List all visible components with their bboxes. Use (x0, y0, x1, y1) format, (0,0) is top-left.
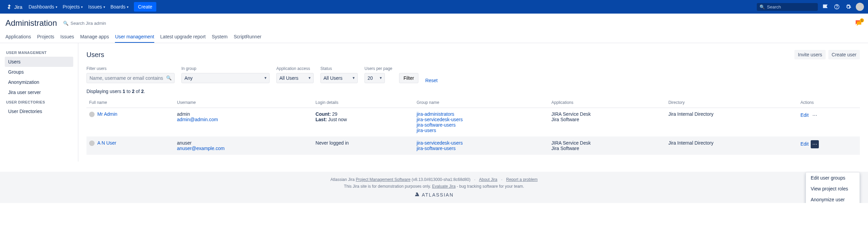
tab-latest-upgrade-report[interactable]: Latest upgrade report (160, 31, 206, 43)
table-row: Mr Adminadminadmin@admin.comCount: 29Las… (86, 108, 860, 137)
dropdown-item-view-project-roles[interactable]: View project roles (806, 183, 860, 194)
tab-issues[interactable]: Issues (60, 31, 74, 43)
give-feedback-button[interactable]: 1 (854, 19, 863, 27)
sidebar-item-users[interactable]: Users (5, 57, 73, 67)
filters-row: Filter users Name, username or email con… (86, 66, 860, 83)
group-link[interactable]: jira-administrators (417, 111, 546, 117)
evaluate-jira-link[interactable]: Evaluate Jira (432, 184, 455, 189)
col-full-name: Full name (86, 97, 174, 108)
tab-user-management[interactable]: User management (115, 31, 154, 43)
brand-text: Jira (14, 4, 22, 10)
tab-scriptrunner[interactable]: ScriptRunner (234, 31, 261, 43)
status-select[interactable]: All Users ▼ (320, 73, 358, 83)
admin-header: Administration 🔍 Search Jira admin 1 (0, 14, 868, 28)
nav-issues[interactable]: Issues▾ (85, 2, 107, 12)
per-page-select[interactable]: 20 ▼ (364, 73, 385, 83)
col-group-name: Group name (414, 97, 549, 108)
edit-link[interactable]: Edit (801, 141, 809, 147)
settings-icon[interactable] (844, 3, 852, 11)
jira-icon (6, 4, 12, 10)
more-actions-button[interactable]: ⋯ (811, 111, 819, 119)
filter-button[interactable]: Filter (399, 73, 418, 83)
nav-boards[interactable]: Boards▾ (108, 2, 131, 12)
sidebar: USER MANAGEMENTUsersGroupsAnonymizationJ… (0, 43, 78, 162)
in-group-select[interactable]: Any ▼ (181, 73, 270, 83)
quick-search[interactable]: 🔍 (757, 3, 818, 11)
chevron-down-icon: ▼ (379, 76, 382, 80)
dropdown-item-anonymize-user[interactable]: Anonymize user (806, 194, 860, 203)
user-name-link[interactable]: Mr Admin (97, 111, 117, 117)
atlassian-logo: ATLASSIAN (5, 192, 863, 198)
user-email-link[interactable]: admin@admin.com (177, 117, 310, 122)
login-never: Never logged in (316, 140, 411, 146)
dropdown-item-edit-user-groups[interactable]: Edit user groups (806, 172, 860, 183)
users-table: Full nameUsernameLogin detailsGroup name… (86, 97, 860, 155)
filter-users-input[interactable]: Name, username or email contains 🔍 (86, 73, 175, 83)
chevron-down-icon: ▾ (56, 5, 57, 9)
about-jira-link[interactable]: About Jira (479, 177, 497, 182)
page-title: Administration (5, 18, 57, 28)
app-name: JIRA Service Desk (551, 140, 663, 146)
report-problem-link[interactable]: Report a problem (506, 177, 538, 182)
tab-manage-apps[interactable]: Manage apps (80, 31, 109, 43)
nav-projects[interactable]: Projects▾ (60, 2, 86, 12)
section-title: Users (86, 51, 104, 59)
filter-users-label: Filter users (86, 66, 175, 71)
col-applications: Applications (549, 97, 666, 108)
nav-dashboards[interactable]: Dashboards▾ (26, 2, 60, 12)
app-access-label: Application access (276, 66, 314, 71)
more-actions-button[interactable]: ⋯ (811, 140, 819, 148)
status-label: Status (320, 66, 358, 71)
username: admin (177, 111, 310, 117)
display-count: Displaying users 1 to 2 of 2. (86, 89, 860, 94)
col-username: Username (174, 97, 313, 108)
edit-link[interactable]: Edit (801, 112, 809, 118)
col-login-details: Login details (313, 97, 414, 108)
app-access-select[interactable]: All Users ▼ (276, 73, 314, 83)
group-link[interactable]: jira-software-users (417, 122, 546, 128)
directory: Jira Internal Directory (666, 137, 798, 155)
in-group-label: In group (181, 66, 270, 71)
sidebar-group-header: USER DIRECTORIES (5, 97, 78, 106)
quick-search-input[interactable] (767, 4, 815, 10)
app-name: JIRA Service Desk (551, 111, 663, 117)
user-avatar[interactable] (856, 3, 864, 11)
directory: Jira Internal Directory (666, 108, 798, 137)
create-user-button[interactable]: Create user (828, 50, 860, 59)
group-link[interactable]: jira-servicedesk-users (417, 117, 546, 122)
invite-users-button[interactable]: Invite users (794, 50, 826, 59)
avatar (89, 112, 95, 117)
reset-link[interactable]: Reset (425, 78, 438, 83)
create-button[interactable]: Create (134, 2, 156, 12)
footer-pm-link[interactable]: Project Management Software (356, 177, 410, 182)
group-link[interactable]: jira-software-users (417, 146, 546, 151)
col-actions: Actions (798, 97, 860, 108)
jira-logo[interactable]: Jira (4, 4, 24, 10)
feedback-icon[interactable] (821, 3, 829, 11)
avatar (89, 141, 95, 146)
tab-applications[interactable]: Applications (5, 31, 31, 43)
group-link[interactable]: jira-users (417, 128, 546, 133)
chevron-down-icon: ▾ (103, 5, 105, 9)
app-name: Jira Software (551, 146, 663, 151)
tab-projects[interactable]: Projects (37, 31, 55, 43)
per-page-label: Users per page (364, 66, 392, 71)
sidebar-item-anonymization[interactable]: Anonymization (5, 77, 73, 87)
footer: Atlassian Jira Project Management Softwa… (0, 172, 868, 203)
tab-system[interactable]: System (212, 31, 228, 43)
admin-search[interactable]: 🔍 Search Jira admin (63, 21, 106, 26)
chevron-down-icon: ▾ (127, 5, 129, 9)
username: anuser (177, 140, 310, 146)
user-email-link[interactable]: anuser@example.com (177, 146, 310, 151)
sidebar-item-jira-user-server[interactable]: Jira user server (5, 87, 73, 97)
sidebar-item-groups[interactable]: Groups (5, 67, 73, 77)
chevron-down-icon: ▼ (352, 76, 355, 80)
group-link[interactable]: jira-servicedesk-users (417, 140, 546, 146)
col-directory: Directory (666, 97, 798, 108)
user-name-link[interactable]: A N User (97, 140, 116, 146)
svg-point-1 (837, 8, 837, 8)
help-icon[interactable] (833, 3, 841, 11)
chevron-down-icon: ▾ (81, 5, 83, 9)
sidebar-item-user-directories[interactable]: User Directories (5, 106, 73, 116)
search-icon: 🔍 (63, 21, 68, 26)
